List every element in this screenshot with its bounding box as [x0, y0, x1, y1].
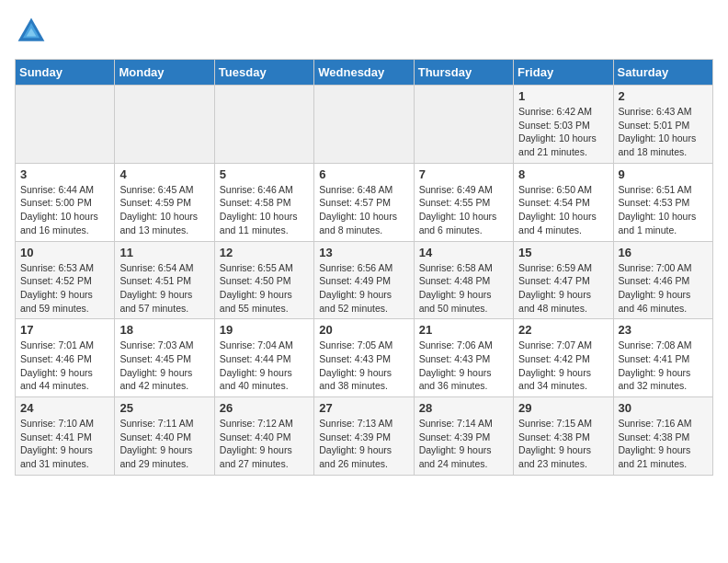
day-number: 18: [119, 323, 209, 337]
day-number: 29: [518, 401, 608, 415]
day-number: 27: [319, 401, 408, 415]
day-number: 21: [419, 323, 508, 337]
day-info: Sunrise: 7:11 AM Sunset: 4:40 PM Dayligh…: [119, 417, 209, 471]
day-info: Sunrise: 6:54 AM Sunset: 4:51 PM Dayligh…: [119, 261, 209, 316]
calendar-cell: 7Sunrise: 6:49 AM Sunset: 4:55 PM Daylig…: [414, 163, 513, 241]
day-number: 20: [319, 323, 408, 337]
day-number: 10: [20, 246, 109, 259]
calendar-cell: 14Sunrise: 6:58 AM Sunset: 4:48 PM Dayli…: [414, 241, 513, 319]
day-info: Sunrise: 7:16 AM Sunset: 4:38 PM Dayligh…: [619, 417, 708, 471]
day-number: 28: [419, 401, 508, 415]
calendar-cell: 9Sunrise: 6:51 AM Sunset: 4:53 PM Daylig…: [613, 163, 712, 241]
weekday-header: Thursday: [414, 60, 513, 86]
calendar-header-row: SundayMondayTuesdayWednesdayThursdayFrid…: [16, 60, 713, 86]
day-info: Sunrise: 6:49 AM Sunset: 4:55 PM Dayligh…: [419, 183, 508, 237]
calendar-cell: 27Sunrise: 7:13 AM Sunset: 4:39 PM Dayli…: [314, 397, 414, 476]
calendar-cell: 28Sunrise: 7:14 AM Sunset: 4:39 PM Dayli…: [414, 397, 513, 476]
day-number: 9: [619, 167, 708, 181]
page-header: [15, 15, 713, 48]
day-info: Sunrise: 6:53 AM Sunset: 4:52 PM Dayligh…: [20, 261, 109, 316]
calendar-week-row: 3Sunrise: 6:44 AM Sunset: 5:00 PM Daylig…: [16, 163, 713, 241]
calendar-cell: 18Sunrise: 7:03 AM Sunset: 4:45 PM Dayli…: [115, 319, 214, 397]
day-info: Sunrise: 7:14 AM Sunset: 4:39 PM Dayligh…: [419, 417, 508, 471]
day-info: Sunrise: 7:15 AM Sunset: 4:38 PM Dayligh…: [518, 417, 608, 471]
day-info: Sunrise: 7:12 AM Sunset: 4:40 PM Dayligh…: [220, 417, 309, 471]
day-number: 16: [619, 246, 708, 259]
day-number: 12: [220, 246, 309, 259]
day-info: Sunrise: 6:42 AM Sunset: 5:03 PM Dayligh…: [518, 105, 608, 159]
day-info: Sunrise: 6:48 AM Sunset: 4:57 PM Dayligh…: [319, 183, 408, 237]
day-info: Sunrise: 7:06 AM Sunset: 4:43 PM Dayligh…: [419, 339, 508, 393]
calendar-cell: 1Sunrise: 6:42 AM Sunset: 5:03 PM Daylig…: [514, 86, 613, 164]
weekday-header: Tuesday: [214, 60, 313, 86]
calendar-cell: 26Sunrise: 7:12 AM Sunset: 4:40 PM Dayli…: [214, 397, 313, 476]
day-info: Sunrise: 7:00 AM Sunset: 4:46 PM Dayligh…: [619, 261, 708, 316]
weekday-header: Saturday: [613, 60, 712, 86]
calendar-cell: [214, 86, 313, 164]
calendar-cell: 5Sunrise: 6:46 AM Sunset: 4:58 PM Daylig…: [214, 163, 313, 241]
calendar-cell: [115, 86, 214, 164]
weekday-header: Wednesday: [314, 60, 414, 86]
day-info: Sunrise: 7:10 AM Sunset: 4:41 PM Dayligh…: [20, 417, 109, 471]
calendar-cell: [314, 86, 414, 164]
day-number: 24: [20, 401, 109, 415]
day-number: 1: [518, 89, 608, 103]
day-number: 26: [220, 401, 309, 415]
day-number: 25: [119, 401, 209, 415]
day-number: 8: [518, 167, 608, 181]
day-number: 5: [220, 167, 309, 181]
calendar-week-row: 24Sunrise: 7:10 AM Sunset: 4:41 PM Dayli…: [16, 397, 713, 476]
day-info: Sunrise: 7:07 AM Sunset: 4:42 PM Dayligh…: [518, 339, 608, 393]
day-number: 30: [619, 401, 708, 415]
calendar-cell: 19Sunrise: 7:04 AM Sunset: 4:44 PM Dayli…: [214, 319, 313, 397]
calendar-table: SundayMondayTuesdayWednesdayThursdayFrid…: [15, 59, 713, 476]
weekday-header: Sunday: [16, 60, 115, 86]
calendar-cell: 25Sunrise: 7:11 AM Sunset: 4:40 PM Dayli…: [115, 397, 214, 476]
day-number: 7: [419, 167, 508, 181]
day-info: Sunrise: 7:01 AM Sunset: 4:46 PM Dayligh…: [20, 339, 109, 393]
calendar-cell: 3Sunrise: 6:44 AM Sunset: 5:00 PM Daylig…: [16, 163, 115, 241]
calendar-cell: [16, 86, 115, 164]
day-info: Sunrise: 6:58 AM Sunset: 4:48 PM Dayligh…: [419, 261, 508, 316]
day-info: Sunrise: 6:44 AM Sunset: 5:00 PM Dayligh…: [20, 183, 109, 237]
calendar-cell: 17Sunrise: 7:01 AM Sunset: 4:46 PM Dayli…: [16, 319, 115, 397]
day-number: 6: [319, 167, 408, 181]
calendar-cell: 22Sunrise: 7:07 AM Sunset: 4:42 PM Dayli…: [514, 319, 613, 397]
day-number: 13: [319, 246, 408, 259]
day-number: 15: [518, 246, 608, 259]
calendar-week-row: 17Sunrise: 7:01 AM Sunset: 4:46 PM Dayli…: [16, 319, 713, 397]
day-info: Sunrise: 7:03 AM Sunset: 4:45 PM Dayligh…: [119, 339, 209, 393]
day-info: Sunrise: 7:05 AM Sunset: 4:43 PM Dayligh…: [319, 339, 408, 393]
calendar-cell: 16Sunrise: 7:00 AM Sunset: 4:46 PM Dayli…: [613, 241, 712, 319]
calendar-body: 1Sunrise: 6:42 AM Sunset: 5:03 PM Daylig…: [16, 86, 713, 476]
calendar-cell: 24Sunrise: 7:10 AM Sunset: 4:41 PM Dayli…: [16, 397, 115, 476]
calendar-cell: 8Sunrise: 6:50 AM Sunset: 4:54 PM Daylig…: [514, 163, 613, 241]
calendar-cell: 15Sunrise: 6:59 AM Sunset: 4:47 PM Dayli…: [514, 241, 613, 319]
logo-icon: [15, 15, 48, 48]
calendar-cell: 4Sunrise: 6:45 AM Sunset: 4:59 PM Daylig…: [115, 163, 214, 241]
day-info: Sunrise: 7:04 AM Sunset: 4:44 PM Dayligh…: [220, 339, 309, 393]
calendar-cell: [414, 86, 513, 164]
calendar-week-row: 1Sunrise: 6:42 AM Sunset: 5:03 PM Daylig…: [16, 86, 713, 164]
day-info: Sunrise: 6:56 AM Sunset: 4:49 PM Dayligh…: [319, 261, 408, 316]
day-info: Sunrise: 7:08 AM Sunset: 4:41 PM Dayligh…: [619, 339, 708, 393]
weekday-header: Monday: [115, 60, 214, 86]
day-number: 11: [119, 246, 209, 259]
day-number: 2: [619, 89, 708, 103]
day-info: Sunrise: 6:55 AM Sunset: 4:50 PM Dayligh…: [220, 261, 309, 316]
day-number: 3: [20, 167, 109, 181]
calendar-week-row: 10Sunrise: 6:53 AM Sunset: 4:52 PM Dayli…: [16, 241, 713, 319]
calendar-cell: 13Sunrise: 6:56 AM Sunset: 4:49 PM Dayli…: [314, 241, 414, 319]
calendar-cell: 20Sunrise: 7:05 AM Sunset: 4:43 PM Dayli…: [314, 319, 414, 397]
calendar-cell: 6Sunrise: 6:48 AM Sunset: 4:57 PM Daylig…: [314, 163, 414, 241]
day-info: Sunrise: 6:43 AM Sunset: 5:01 PM Dayligh…: [619, 105, 708, 159]
calendar-cell: 30Sunrise: 7:16 AM Sunset: 4:38 PM Dayli…: [613, 397, 712, 476]
calendar-cell: 12Sunrise: 6:55 AM Sunset: 4:50 PM Dayli…: [214, 241, 313, 319]
calendar-cell: 11Sunrise: 6:54 AM Sunset: 4:51 PM Dayli…: [115, 241, 214, 319]
day-info: Sunrise: 6:46 AM Sunset: 4:58 PM Dayligh…: [220, 183, 309, 237]
day-info: Sunrise: 6:50 AM Sunset: 4:54 PM Dayligh…: [518, 183, 608, 237]
day-number: 22: [518, 323, 608, 337]
day-number: 19: [220, 323, 309, 337]
day-number: 14: [419, 246, 508, 259]
day-info: Sunrise: 7:13 AM Sunset: 4:39 PM Dayligh…: [319, 417, 408, 471]
